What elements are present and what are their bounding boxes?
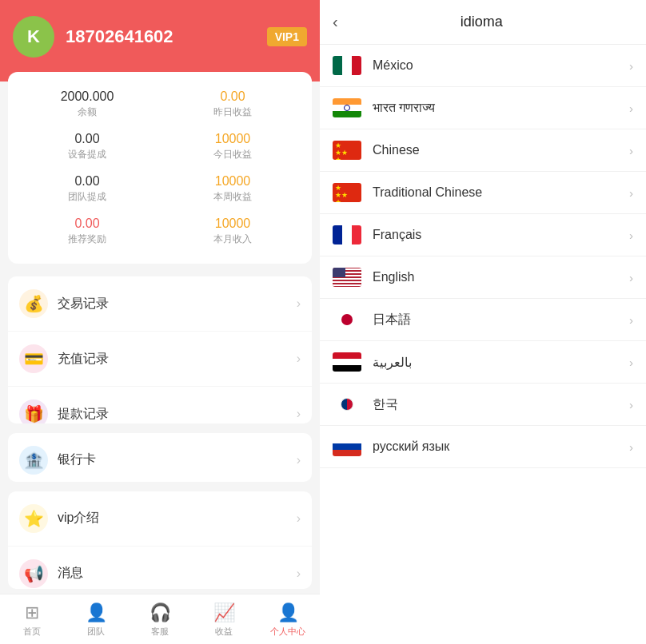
lang-traditional-chinese[interactable]: ★★★★ Traditional Chinese ›	[320, 172, 646, 214]
recharge-icon: 💳	[19, 344, 48, 373]
right-panel: ‹ idioma México › भारत गणराज्य › ★★★★ Ch…	[320, 0, 646, 644]
menu-bank[interactable]: 🏦 银行卡 ›	[8, 433, 312, 482]
stat-balance: 2000.000 余额	[16, 85, 158, 124]
lang-mexico[interactable]: México ›	[320, 45, 646, 87]
lang-arabic-name: بالعربية	[373, 355, 629, 370]
lang-traditional-chinese-name: Traditional Chinese	[373, 185, 629, 200]
home-label: 首页	[23, 626, 41, 638]
referral-label: 推荐奖励	[19, 233, 155, 246]
transactions-arrow: ›	[297, 296, 301, 311]
month-value: 10000	[165, 217, 301, 231]
balance-value: 2000.000	[19, 89, 155, 104]
flag-china-simplified: ★★★★	[333, 141, 361, 160]
balance-label: 余额	[19, 105, 155, 119]
lang-french-arrow: ›	[629, 229, 633, 242]
service-icon: 🎧	[150, 602, 171, 623]
bank-icon: 🏦	[19, 446, 48, 475]
menu-vip[interactable]: ⭐ vip介绍 ›	[8, 491, 312, 547]
nav-home[interactable]: ⊞ 首页	[0, 594, 64, 644]
lang-japanese-name: 日本語	[373, 312, 629, 328]
flag-china-traditional: ★★★★	[333, 183, 361, 202]
nav-team[interactable]: 👤 团队	[64, 594, 128, 644]
message-label: 消息	[58, 565, 297, 582]
today-label: 今日收益	[165, 148, 301, 161]
stat-referral: 0.00 推荐奖励	[16, 212, 158, 251]
flag-japan	[333, 310, 361, 329]
bank-arrow: ›	[297, 453, 301, 467]
flag-korea	[333, 395, 361, 414]
flag-france	[333, 225, 361, 244]
bottom-nav: ⊞ 首页 👤 团队 🎧 客服 📈 收益 👤 个人中心	[0, 594, 320, 644]
lang-mexico-arrow: ›	[629, 59, 633, 73]
lang-korean-arrow: ›	[629, 398, 633, 411]
device-value: 0.00	[19, 132, 155, 146]
lang-russian[interactable]: русский язык ›	[320, 426, 646, 468]
lang-india[interactable]: भारत गणराज्य ›	[320, 87, 646, 129]
back-button[interactable]: ‹	[333, 13, 338, 31]
menu-section-2: 🏦 银行卡 ›	[8, 433, 312, 482]
lang-english-arrow: ›	[629, 271, 633, 284]
lang-traditional-chinese-arrow: ›	[629, 186, 633, 200]
nav-profile[interactable]: 👤 个人中心	[256, 594, 320, 644]
vip-label: vip介绍	[58, 510, 297, 527]
nav-service[interactable]: 🎧 客服	[128, 594, 192, 644]
lang-japanese-arrow: ›	[629, 313, 633, 327]
lang-english-name: English	[373, 270, 629, 284]
service-label: 客服	[151, 626, 169, 638]
menu-recharge[interactable]: 💳 充值记录 ›	[8, 332, 312, 387]
withdrawal-label: 提款记录	[58, 406, 297, 423]
avatar: K	[13, 16, 54, 58]
stat-month: 10000 本月收入	[162, 212, 304, 251]
week-label: 本周收益	[165, 190, 301, 204]
team-icon: 👤	[86, 602, 107, 623]
stat-team: 0.00 团队提成	[16, 169, 158, 209]
lang-chinese-arrow: ›	[629, 144, 633, 157]
lang-arabic[interactable]: بالعربية ›	[320, 341, 646, 384]
menu-withdrawal[interactable]: 🎁 提款记录 ›	[8, 387, 312, 423]
left-panel: K 18702641602 VIP1 2000.000 余额 0.00 昨日收益…	[0, 0, 320, 644]
menu-message[interactable]: 📢 消息 ›	[8, 547, 312, 589]
nav-earnings[interactable]: 📈 收益	[192, 594, 256, 644]
week-value: 10000	[165, 174, 301, 189]
lang-russian-name: русский язык	[373, 439, 629, 454]
lang-mexico-name: México	[373, 58, 629, 73]
earnings-label: 收益	[215, 626, 233, 638]
device-label: 设备提成	[19, 148, 155, 161]
stat-device: 0.00 设备提成	[16, 127, 158, 166]
message-icon: 📢	[19, 559, 48, 588]
lang-russian-arrow: ›	[629, 440, 633, 454]
lang-arabic-arrow: ›	[629, 356, 633, 369]
lang-chinese-name: Chinese	[373, 143, 629, 157]
recharge-arrow: ›	[297, 352, 301, 366]
flag-mexico	[333, 56, 361, 75]
team-label: 团队提成	[19, 190, 155, 204]
message-arrow: ›	[297, 566, 301, 581]
earnings-icon: 📈	[213, 602, 235, 623]
vip-icon: ⭐	[19, 504, 48, 533]
lang-india-arrow: ›	[629, 101, 633, 115]
lang-india-name: भारत गणराज्य	[373, 101, 629, 115]
menu-section-1: 💰 交易记录 › 💳 充值记录 › 🎁 提款记录 ›	[8, 276, 312, 423]
home-icon: ⊞	[25, 602, 39, 623]
transactions-icon: 💰	[19, 289, 48, 318]
lang-french-name: Français	[373, 228, 629, 242]
language-list: México › भारत गणराज्य › ★★★★ Chinese › ★…	[320, 45, 646, 644]
vip-arrow: ›	[297, 511, 301, 526]
transactions-label: 交易记录	[58, 296, 297, 312]
stat-week: 10000 本周收益	[162, 169, 304, 209]
menu-section-3: ⭐ vip介绍 › 📢 消息 ›	[8, 491, 312, 589]
month-label: 本月收入	[165, 233, 301, 246]
team-value: 0.00	[19, 174, 155, 189]
phone-number: 18702641602	[66, 26, 256, 47]
lang-korean[interactable]: 한국 ›	[320, 384, 646, 426]
stats-grid: 2000.000 余额 0.00 昨日收益 0.00 设备提成 10000 今日…	[16, 85, 304, 251]
yesterday-label: 昨日收益	[165, 105, 301, 119]
profile-nav-label: 个人中心	[270, 626, 305, 638]
lang-japanese[interactable]: 日本語 ›	[320, 299, 646, 341]
menu-transactions[interactable]: 💰 交易记录 ›	[8, 276, 312, 332]
lang-english[interactable]: English ›	[320, 256, 646, 299]
lang-french[interactable]: Français ›	[320, 214, 646, 256]
flag-usa	[333, 268, 361, 287]
lang-chinese[interactable]: ★★★★ Chinese ›	[320, 129, 646, 172]
vip-badge: VIP1	[267, 27, 307, 46]
